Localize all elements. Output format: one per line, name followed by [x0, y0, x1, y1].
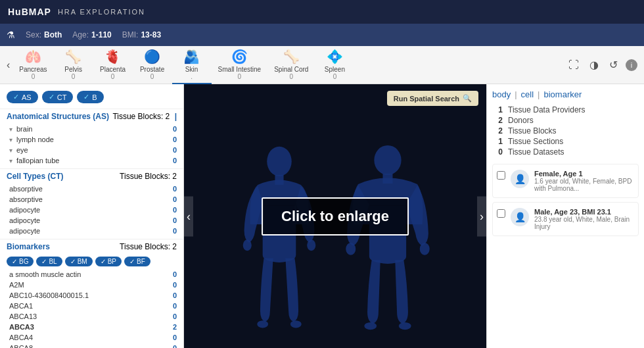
bm-item-count: 0: [166, 281, 177, 289]
donor-card-1[interactable]: 👤 Male, Age 23, BMI 23.1 23.8 year old, …: [492, 202, 639, 236]
organ-item-pelvis[interactable]: 🦴 Pelvis 0: [54, 46, 93, 84]
right-panel: body|cell|biomarker 1 Tissue Data Provid…: [486, 84, 644, 348]
info-icon[interactable]: i: [626, 59, 637, 71]
age-value[interactable]: 1-110: [91, 30, 112, 39]
bio-chip-bg[interactable]: ✓ BG: [7, 257, 34, 266]
donor-name-0: Female, Age 1: [534, 170, 634, 178]
organ-icon-pancreas: 🫁: [25, 49, 41, 64]
svg-point-6: [374, 145, 401, 175]
bio-chip-bp[interactable]: ✓ BP: [95, 257, 122, 266]
as-section-title: Anatomical Structures (AS): [7, 112, 109, 121]
expand-icon[interactable]: ▾: [9, 157, 12, 164]
body-viewer: Run Spatial Search 🔍 ‹ ›: [184, 84, 486, 348]
organ-bar: ‹ 🫁 Pancreas 0 🦴 Pelvis 0 🫀 Placenta 0 🔵…: [0, 46, 644, 84]
bm-item-name: ABCA8: [9, 344, 166, 348]
bm-list-item: a smooth muscle actin 0: [0, 269, 183, 280]
as-item-count: 0: [166, 157, 177, 164]
organ-count-pelvis: 0: [72, 73, 76, 80]
chip-b[interactable]: ✓ B: [77, 91, 103, 103]
organ-item-small-intestine[interactable]: 🌀 Small Intestine 0: [212, 46, 268, 84]
chip-as[interactable]: ✓ AS: [7, 91, 38, 103]
donor-checkbox-1[interactable]: [497, 209, 505, 218]
tab-biomarker[interactable]: biomarker: [544, 89, 582, 99]
donor-avatar-0: 👤: [511, 170, 529, 188]
run-spatial-search-btn[interactable]: Run Spatial Search 🔍: [387, 91, 478, 106]
fullscreen-btn[interactable]: ⛶: [566, 58, 582, 72]
expand-overlay[interactable]: Click to enlarge: [262, 197, 409, 236]
center-panel: Run Spatial Search 🔍 ‹ ›: [184, 84, 486, 348]
refresh-btn[interactable]: ↺: [607, 57, 620, 72]
ct-list-item: adipocyte 0: [0, 215, 183, 226]
ct-item-name: adipocyte: [9, 216, 166, 224]
donor-card-0[interactable]: 👤 Female, Age 1 1.6 year old, White, Fem…: [492, 164, 639, 198]
bm-item-name: ABCA1: [9, 302, 166, 310]
bm-list-item: A2M 0: [0, 280, 183, 290]
svg-point-0: [267, 147, 292, 176]
bm-list-item: ABCA4 0: [0, 332, 183, 343]
organ-item-skin[interactable]: 🫂 Skin .: [172, 46, 212, 84]
svg-point-4: [257, 320, 268, 328]
organ-icon-skin: 🫂: [183, 49, 200, 64]
filter-icon[interactable]: ⚗: [7, 30, 15, 40]
ct-item-name: adipocyte: [9, 206, 166, 214]
stat-label: Tissue Sections: [508, 137, 563, 146]
organ-bar-controls: ⛶ ◑ ↺ i: [566, 57, 640, 72]
logo-hubmap: HuBMAP: [8, 7, 51, 17]
organ-icon-prostate: 🔵: [144, 49, 160, 64]
organ-count-small-intestine: 0: [238, 73, 242, 80]
viewer-nav-right[interactable]: ›: [477, 196, 486, 236]
tab-cell[interactable]: cell: [521, 89, 534, 99]
female-body-figure: [237, 144, 322, 341]
bm-list-item: ABC10-436008400015.1 0: [0, 290, 183, 301]
bmi-value[interactable]: 13-83: [141, 30, 161, 39]
bmi-filter: BMI: 13-83: [122, 30, 161, 39]
chip-ct[interactable]: ✓ CT: [42, 91, 74, 103]
bio-chip-bm[interactable]: ✓ BM: [65, 257, 93, 266]
tab-separator: |: [515, 89, 517, 99]
viewer-nav-left[interactable]: ‹: [184, 196, 193, 236]
expand-icon[interactable]: ▾: [9, 126, 12, 133]
ct-item-count: 0: [166, 195, 177, 203]
bm-item-name: ABCA13: [9, 312, 166, 320]
organ-item-pancreas[interactable]: 🫁 Pancreas 0: [12, 46, 53, 84]
bio-chip-bf[interactable]: ✓ BF: [124, 257, 150, 266]
organ-item-spinal-cord[interactable]: 🦴 Spinal Cord 0: [267, 46, 315, 84]
as-section-count: Tissue Blocks: 2 |: [112, 112, 177, 121]
svg-point-5: [290, 320, 302, 328]
organ-name-placenta: Placenta: [100, 66, 126, 73]
bm-section-title: Biomarkers: [7, 242, 50, 251]
bio-chips: ✓ BG✓ BL✓ BM✓ BP✓ BF: [0, 254, 183, 269]
bm-item-count: 0: [166, 291, 177, 299]
organ-icon-spleen: 💠: [327, 49, 343, 64]
organs-list: 🫁 Pancreas 0 🦴 Pelvis 0 🫀 Placenta 0 🔵 P…: [12, 46, 566, 84]
app-title: HRA EXPLORATION: [58, 8, 145, 16]
donor-detail-0: 1.6 year old, White, Female, BPD with Pu…: [534, 178, 634, 192]
organ-item-placenta[interactable]: 🫀 Placenta 0: [93, 46, 133, 84]
tab-body[interactable]: body: [492, 89, 511, 99]
stat-row: 1 Tissue Sections: [492, 136, 639, 147]
as-item-name: eye: [16, 146, 166, 154]
as-item-name: brain: [16, 125, 166, 133]
sex-value[interactable]: Both: [44, 30, 62, 39]
bm-item-count: 0: [166, 334, 177, 341]
donor-info-0: Female, Age 1 1.6 year old, White, Femal…: [534, 170, 634, 192]
organ-name-small-intestine: Small Intestine: [218, 66, 262, 73]
ct-item-name: adipocyte: [9, 227, 166, 235]
ct-item-count: 0: [166, 206, 177, 214]
organ-item-spleen[interactable]: 💠 Spleen 0: [315, 46, 354, 84]
dark-mode-btn[interactable]: ◑: [587, 57, 601, 72]
stat-num: 0: [492, 147, 503, 157]
organ-item-prostate[interactable]: 🔵 Prostate 0: [133, 46, 172, 84]
donor-checkbox-0[interactable]: [497, 171, 505, 180]
ct-list-item: absorptive 0: [0, 194, 183, 205]
top-bar: HuBMAP HRA EXPLORATION: [0, 0, 644, 24]
organ-count-spinal-cord: 0: [290, 73, 294, 80]
filter-chips: ✓ AS✓ CT✓ B: [0, 88, 183, 106]
organ-name-pancreas: Pancreas: [19, 66, 47, 73]
organ-nav-left[interactable]: ‹: [4, 59, 12, 71]
ct-section-count: Tissue Blocks: 2: [120, 172, 177, 181]
organ-count-pancreas: 0: [32, 73, 35, 80]
expand-icon[interactable]: ▾: [9, 147, 12, 154]
bio-chip-bl[interactable]: ✓ BL: [36, 257, 62, 266]
expand-icon[interactable]: ▾: [9, 136, 12, 143]
